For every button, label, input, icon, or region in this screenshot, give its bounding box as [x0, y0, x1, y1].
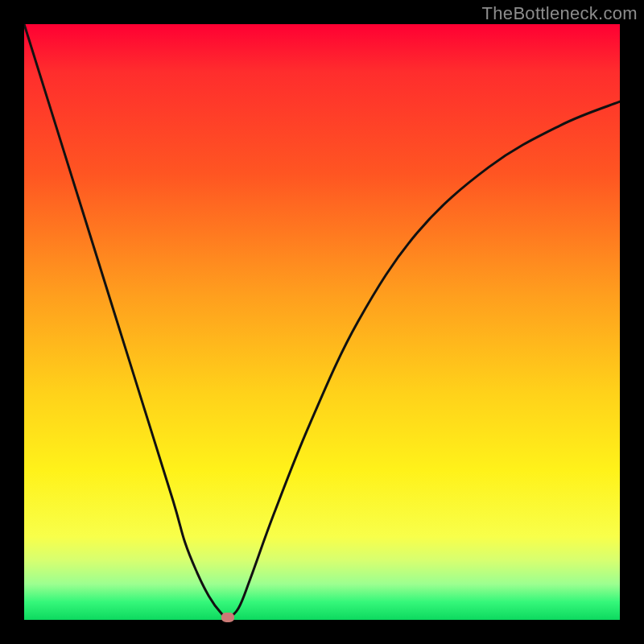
canvas-root: TheBottleneck.com [0, 0, 644, 644]
watermark-text: TheBottleneck.com [482, 3, 638, 24]
minimum-marker [221, 613, 234, 622]
plot-area [24, 24, 620, 620]
chart-curve [24, 24, 620, 620]
curve-path [24, 24, 620, 617]
